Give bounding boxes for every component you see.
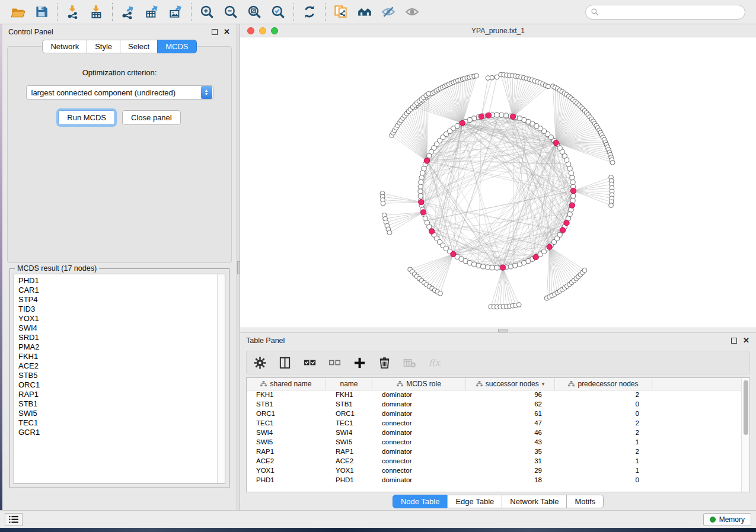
criterion-dropdown[interactable]: largest connected component (undirected)… bbox=[26, 85, 213, 100]
table-cell[interactable]: dominator bbox=[372, 476, 466, 485]
export-table-button[interactable] bbox=[140, 2, 164, 22]
table-row[interactable]: STB1STB1dominator620 bbox=[247, 400, 741, 409]
table-row[interactable]: YOX1YOX1connector291 bbox=[247, 466, 741, 476]
float-table-panel-button[interactable] bbox=[730, 337, 738, 345]
table-cell[interactable]: 35 bbox=[466, 447, 555, 457]
table-cell[interactable]: 18 bbox=[466, 476, 555, 485]
refresh-view-button[interactable] bbox=[298, 2, 321, 22]
table-cell[interactable]: connector bbox=[372, 438, 466, 447]
table-cell[interactable]: 61 bbox=[466, 409, 555, 419]
export-network-button[interactable] bbox=[116, 2, 140, 22]
mcds-result-item[interactable]: RAP1 bbox=[18, 390, 217, 399]
mcds-result-item[interactable]: PMA2 bbox=[18, 342, 217, 352]
column-header-MCDS-role[interactable]: MCDS role bbox=[372, 378, 466, 390]
table-cell[interactable]: ORC1 bbox=[247, 409, 326, 419]
mcds-result-item[interactable]: CAR1 bbox=[18, 286, 217, 295]
show-all-button[interactable] bbox=[400, 2, 424, 22]
first-neighbors-button[interactable] bbox=[353, 2, 377, 22]
table-row[interactable]: ORC1ORC1dominator610 bbox=[247, 409, 741, 419]
mcds-result-item[interactable]: ACE2 bbox=[18, 361, 217, 371]
table-cell[interactable]: dominator bbox=[372, 409, 466, 419]
table-row[interactable]: FKH1FKH1dominator962 bbox=[247, 390, 741, 400]
duplicate-network-button[interactable] bbox=[329, 2, 353, 22]
table-cell[interactable]: SWI4 bbox=[247, 428, 326, 438]
mcds-result-item[interactable]: TEC1 bbox=[18, 418, 217, 428]
table-cell[interactable]: 2 bbox=[555, 419, 652, 428]
table-cell[interactable]: 1 bbox=[555, 466, 652, 476]
float-panel-button[interactable] bbox=[210, 28, 218, 36]
table-cell[interactable]: FKH1 bbox=[326, 390, 372, 400]
zoom-in-button[interactable] bbox=[195, 2, 219, 22]
table-cell[interactable]: FKH1 bbox=[247, 390, 326, 400]
table-cell[interactable]: ACE2 bbox=[326, 457, 372, 466]
table-cell[interactable]: connector bbox=[372, 466, 466, 476]
zoom-out-button[interactable] bbox=[219, 2, 243, 22]
deselect-all-button[interactable] bbox=[327, 355, 342, 370]
table-cell[interactable]: TEC1 bbox=[326, 419, 372, 428]
table-cell[interactable]: 2 bbox=[555, 447, 652, 457]
mcds-list-scrollbar[interactable] bbox=[217, 274, 225, 483]
save-session-button[interactable] bbox=[30, 2, 53, 22]
table-row[interactable]: SWI4SWI4dominator462 bbox=[247, 428, 741, 438]
table-cell[interactable]: SWI5 bbox=[247, 438, 326, 447]
table-row[interactable]: PHD1PHD1dominator180 bbox=[247, 476, 741, 485]
network-canvas[interactable] bbox=[240, 37, 755, 327]
run-mcds-button[interactable]: Run MCDS bbox=[58, 110, 115, 125]
tab-edge-table[interactable]: Edge Table bbox=[447, 495, 502, 508]
table-cell[interactable]: 46 bbox=[466, 428, 555, 438]
table-cell[interactable]: 2 bbox=[555, 428, 652, 438]
tab-motifs[interactable]: Motifs bbox=[566, 495, 604, 508]
delete-column-button[interactable] bbox=[377, 355, 391, 370]
table-cell[interactable]: 1 bbox=[555, 438, 652, 447]
table-cell[interactable]: 62 bbox=[466, 400, 555, 409]
table-cell[interactable]: 2 bbox=[555, 390, 652, 400]
table-cell[interactable]: PHD1 bbox=[326, 476, 372, 485]
select-all-button[interactable] bbox=[302, 355, 317, 370]
mcds-result-item[interactable]: PHD1 bbox=[18, 276, 217, 286]
tab-select[interactable]: Select bbox=[120, 40, 158, 53]
table-cell[interactable]: 0 bbox=[555, 476, 652, 485]
mcds-result-item[interactable]: YOX1 bbox=[18, 314, 217, 323]
table-cell[interactable]: dominator bbox=[372, 400, 466, 409]
tab-node-table[interactable]: Node Table bbox=[393, 495, 448, 508]
open-session-button[interactable] bbox=[6, 2, 30, 22]
import-network-button[interactable] bbox=[61, 2, 85, 22]
table-cell[interactable]: YOX1 bbox=[326, 466, 372, 476]
table-cell[interactable]: RAP1 bbox=[247, 447, 326, 457]
table-cell[interactable]: 1 bbox=[555, 457, 652, 466]
mcds-result-list[interactable]: PHD1CAR1STP4TID3YOX1SWI4SRD1PMA2FKH1ACE2… bbox=[14, 274, 217, 483]
table-cell[interactable]: 43 bbox=[466, 438, 555, 447]
show-columns-button[interactable] bbox=[277, 355, 292, 370]
tab-style[interactable]: Style bbox=[87, 40, 120, 53]
export-image-button[interactable] bbox=[164, 2, 187, 22]
table-cell[interactable]: ORC1 bbox=[326, 409, 372, 419]
table-settings-button[interactable] bbox=[253, 355, 267, 370]
table-cell[interactable]: 96 bbox=[466, 390, 555, 400]
search-input[interactable] bbox=[602, 8, 740, 16]
mcds-result-item[interactable]: TID3 bbox=[18, 305, 217, 314]
hide-selected-button[interactable] bbox=[377, 2, 400, 22]
table-cell[interactable]: STB1 bbox=[326, 400, 372, 409]
mcds-result-item[interactable]: SWI4 bbox=[18, 323, 217, 333]
table-scrollbar[interactable] bbox=[741, 378, 749, 492]
tab-network-table[interactable]: Network Table bbox=[502, 495, 567, 508]
add-column-button[interactable] bbox=[352, 355, 366, 370]
table-cell[interactable]: dominator bbox=[372, 390, 466, 400]
table-cell[interactable]: STB1 bbox=[247, 400, 326, 409]
table-cell[interactable]: connector bbox=[372, 419, 466, 428]
search-box[interactable] bbox=[585, 5, 745, 20]
column-header-predecessor-nodes[interactable]: predecessor nodes bbox=[555, 378, 652, 390]
mcds-result-item[interactable]: ORC1 bbox=[18, 380, 217, 390]
horizontal-split-divider[interactable] bbox=[240, 328, 756, 333]
table-row[interactable]: SWI5SWI5connector431 bbox=[247, 438, 741, 447]
table-row[interactable]: RAP1RAP1dominator352 bbox=[247, 447, 741, 457]
mcds-result-item[interactable]: GCR1 bbox=[18, 428, 217, 437]
memory-button[interactable]: Memory bbox=[703, 513, 751, 526]
table-cell[interactable]: 0 bbox=[555, 409, 652, 419]
table-row[interactable]: TEC1TEC1connector472 bbox=[247, 419, 741, 428]
mcds-result-item[interactable]: STB1 bbox=[18, 399, 217, 409]
zoom-selected-button[interactable] bbox=[266, 2, 290, 22]
close-table-panel-button[interactable]: ✕ bbox=[742, 337, 750, 345]
table-cell[interactable]: YOX1 bbox=[247, 466, 326, 476]
zoom-fit-button[interactable] bbox=[243, 2, 266, 22]
